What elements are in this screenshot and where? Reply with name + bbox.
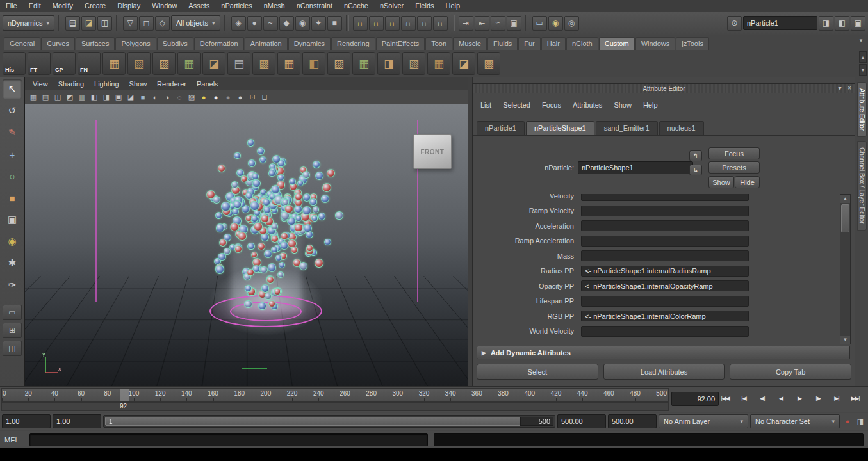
shelf-his-button[interactable]: His	[3, 52, 26, 75]
shelf-item-8[interactable]: ▦	[277, 52, 300, 75]
attribute-editor-tab[interactable]: nParticle1	[477, 121, 525, 135]
menubar-item[interactable]: Assets	[183, 0, 215, 12]
no-lights-icon[interactable]: ●	[222, 92, 234, 102]
make-live-icon[interactable]: ∩	[433, 16, 448, 31]
range-slider[interactable]: 1 500	[103, 415, 555, 428]
gate-mask-icon[interactable]: ◩	[64, 92, 76, 102]
viewport-menu-item[interactable]: Lighting	[89, 80, 124, 88]
shelf-item-15[interactable]: ◪	[452, 52, 475, 75]
persp-outliner-layout-button[interactable]: ◫	[3, 341, 22, 356]
shelf-tab[interactable]: Muscle	[453, 37, 487, 50]
shelf-tab[interactable]: jzTools	[676, 37, 709, 50]
swap-input-icon[interactable]: ↰	[689, 150, 702, 161]
mask-deformations-icon[interactable]: ◉	[295, 16, 310, 31]
playback-end-field[interactable]: 500.00	[557, 414, 606, 428]
shelf-cp-button[interactable]: CP	[53, 52, 76, 75]
attribute-editor-menu-item[interactable]: Selected	[498, 98, 536, 112]
command-line-input[interactable]	[29, 433, 428, 446]
shelf-item-13[interactable]: ▧	[402, 52, 425, 75]
select-button[interactable]: Select	[477, 364, 598, 380]
side-tab-channel-box[interactable]: Channel Box / Layer Editor	[857, 141, 867, 230]
shelf-tab[interactable]: Custom	[599, 37, 635, 50]
mask-rendering-icon[interactable]: ■	[327, 16, 342, 31]
universal-manipulator-tool[interactable]: ▣	[3, 210, 22, 229]
open-render-view-icon[interactable]: ▭	[532, 16, 547, 31]
viewport-menu-item[interactable]: Panels	[192, 80, 224, 88]
menubar-item[interactable]: Create	[79, 0, 111, 12]
save-scene-icon[interactable]: ◫	[97, 16, 112, 31]
menubar-item[interactable]: nConstraint	[291, 0, 338, 12]
panel-menu-icon[interactable]: ▾	[836, 85, 844, 92]
output-connections-icon[interactable]: ⇤	[475, 16, 489, 31]
sidebar-tool-settings-toggle-icon[interactable]: ◧	[835, 16, 849, 31]
snap-to-view-plane-icon[interactable]: ∩	[417, 16, 432, 31]
shelf-item-2[interactable]: ▧	[127, 52, 151, 75]
shelf-item-3[interactable]: ▨	[152, 52, 176, 75]
image-plane-icon[interactable]: ■	[137, 92, 149, 102]
attribute-editor-tab[interactable]: nucleus1	[659, 121, 704, 135]
menubar-item[interactable]: Fields	[409, 0, 439, 12]
menuset-dropdown[interactable]: nDynamics ▾	[3, 15, 54, 31]
shelf-tab[interactable]: Rendering	[331, 37, 375, 50]
step-forward-frame-button[interactable]: ▶|	[828, 391, 846, 406]
attribute-value-field[interactable]	[581, 220, 749, 231]
menubar-item[interactable]: nCache	[338, 0, 374, 12]
mask-handles-icon[interactable]: ◈	[231, 16, 246, 31]
attribute-scrollbar[interactable]: ▲ ▼	[840, 194, 851, 344]
range-end-field[interactable]: 500	[520, 417, 553, 426]
selection-mode-dropdown[interactable]: All objects ▾	[171, 15, 220, 31]
viewport-menu-item[interactable]: Shading	[53, 80, 89, 88]
shelf-item-14[interactable]: ▦	[427, 52, 450, 75]
go-to-start-button[interactable]: |◀◀	[716, 391, 734, 406]
shelf-tab[interactable]: Hair	[541, 37, 566, 50]
mask-surfaces-icon[interactable]: ◆	[279, 16, 294, 31]
animation-preferences-icon[interactable]: ◨	[855, 416, 866, 427]
attribute-editor-menu-item[interactable]: Attributes	[568, 98, 607, 112]
sidebar-attribute-editor-toggle-icon[interactable]: ◨	[819, 16, 833, 31]
grid-toggle-icon[interactable]: ▦	[28, 92, 39, 102]
single-pane-layout-button[interactable]: ▭	[3, 305, 22, 320]
input-connections-icon[interactable]: ⇥	[459, 16, 473, 31]
attribute-value-field[interactable]: <- nParticleShape1.internalRadiusRamp	[581, 266, 749, 277]
attribute-value-field[interactable]	[581, 250, 749, 261]
play-backwards-button[interactable]: ◀	[772, 391, 790, 406]
bookmarks-icon[interactable]: ◪	[125, 92, 136, 102]
select-by-hierarchy-icon[interactable]: ▽	[123, 16, 138, 31]
shelf-tab[interactable]: Curves	[41, 37, 75, 50]
attribute-scroll-area[interactable]: Velocity Ramp Velocity Acceleration	[473, 194, 838, 343]
viewport-canvas[interactable]: FRONT y x	[25, 104, 468, 387]
viewport-menu-item[interactable]: View	[28, 80, 53, 88]
snap-to-point-icon[interactable]: ∩	[385, 16, 400, 31]
shelf-scroll-down-icon[interactable]: ▼	[859, 64, 867, 76]
shelf-item-16[interactable]: ▩	[477, 52, 500, 75]
mask-curves-icon[interactable]: ~	[263, 16, 278, 31]
step-back-frame-button[interactable]: |◀	[735, 391, 753, 406]
shelf-tab[interactable]: Animation	[245, 37, 288, 50]
snap-to-grid-icon[interactable]: ∩	[353, 16, 368, 31]
move-tool[interactable]: +	[3, 145, 22, 164]
presets-button[interactable]: Presets	[708, 161, 760, 174]
attribute-editor-menu-item[interactable]: List	[475, 98, 496, 112]
shelf-item-5[interactable]: ◪	[202, 52, 225, 75]
range-slider-handle[interactable]: 1	[105, 417, 524, 426]
shelf-tab[interactable]: nCloth	[566, 37, 598, 50]
current-frame-marker[interactable]	[120, 389, 129, 401]
menubar-item[interactable]: nParticles	[215, 0, 258, 12]
shelf-tab[interactable]: Fluids	[487, 37, 518, 50]
shelf-tab[interactable]: Fur	[518, 37, 541, 50]
current-time-field[interactable]: 92.00	[671, 392, 719, 406]
shelf-item-10[interactable]: ▨	[327, 52, 350, 75]
shelf-tab[interactable]: Windows	[635, 37, 676, 50]
scroll-down-icon[interactable]: ▼	[840, 336, 850, 344]
animation-start-field[interactable]: 1.00	[2, 414, 51, 428]
shelf-item-1[interactable]: ▦	[102, 52, 126, 75]
menubar-item[interactable]: Window	[146, 0, 183, 12]
menubar-item[interactable]: Edit	[23, 0, 47, 12]
hide-button[interactable]: Hide	[735, 176, 760, 188]
command-language-toggle[interactable]: MEL	[4, 436, 24, 444]
isolate-select-icon[interactable]: ◻	[259, 92, 270, 102]
shelf-item-9[interactable]: ◧	[302, 52, 325, 75]
auto-keyframe-icon[interactable]: ●	[842, 416, 853, 427]
scrollbar-thumb[interactable]	[841, 204, 849, 232]
animation-end-field[interactable]: 500.00	[608, 414, 657, 428]
